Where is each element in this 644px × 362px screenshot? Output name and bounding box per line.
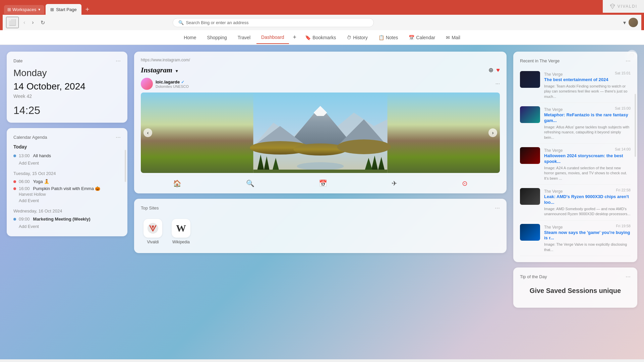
instagram-actions: ⊕ ♥ <box>488 66 500 74</box>
date-widget: Date ··· Monday 14 October, 2024 Week 42… <box>7 52 127 123</box>
agenda-today-heading: Today <box>13 144 121 149</box>
verge-item-1-content: The Verge Sat 15:01 The best entertainme… <box>544 71 631 99</box>
agenda-wednesday-header: Wednesday, 16 Oct 2024 <box>13 208 121 214</box>
verge-news-item-2[interactable]: The Verge Sat 15:00 Metaphor: ReFantazio… <box>520 103 631 144</box>
ig-send-icon[interactable]: ✈ <box>392 179 397 187</box>
nav-bookmarks[interactable]: 🔖 Bookmarks <box>300 32 341 44</box>
verge-item-2-content: The Verge Sat 15:00 Metaphor: ReFantazio… <box>544 106 631 140</box>
history-label: History <box>353 35 368 40</box>
address-input[interactable]: 🔍 Search Bing or enter an address <box>173 18 374 27</box>
verge-news-item-4[interactable]: The Verge Fri 22:58 Leak: AMD's Ryzen 90… <box>520 185 631 221</box>
verge-widget-menu[interactable]: ··· <box>626 58 631 64</box>
verge-scrollbar[interactable] <box>635 94 636 157</box>
reload-button[interactable]: ↻ <box>39 18 47 27</box>
address-text: Search Bing or enter an address <box>186 20 248 25</box>
verge-widget: Recent in The Verge ··· The Verge Sat 15… <box>513 52 637 262</box>
verified-icon: ✓ <box>181 80 184 84</box>
verge-desc-5: Image: The Verge Valve is now explicitly… <box>544 242 631 252</box>
workspaces-label: Workspaces <box>12 7 36 12</box>
date-widget-menu[interactable]: ··· <box>116 58 121 64</box>
calendar-agenda-header: Calendar Agenda ··· <box>13 134 121 140</box>
top-sites-header: Top Sites ··· <box>141 205 500 211</box>
nav-dashboard[interactable]: Dashboard <box>256 31 289 44</box>
agenda-tuesday-header: Tuesday, 15 Oct 2024 <box>13 171 121 176</box>
site-wikipedia[interactable]: W Wikipedia <box>169 216 193 247</box>
verge-news-item-1[interactable]: The Verge Sat 15:01 The best entertainme… <box>520 68 631 103</box>
verge-date-5: Fri 19:58 <box>616 224 631 228</box>
verge-date-2: Sat 15:00 <box>615 106 631 110</box>
history-icon: ⏱ <box>347 35 351 40</box>
forward-button[interactable]: › <box>30 18 36 27</box>
verge-item-1-meta: The Verge Sat 15:01 <box>544 71 631 77</box>
notes-icon: 📋 <box>378 35 384 40</box>
instagram-heart-icon[interactable]: ♥ <box>496 67 500 74</box>
agenda-item-pumpkin: 16:00 Pumpkin Patch visit with Emma 🎃 <box>13 185 121 192</box>
agenda-sub-harvest: Harvest Hollow <box>13 192 121 197</box>
agenda-dot-yoga <box>13 180 16 183</box>
back-button[interactable]: ‹ <box>21 18 27 27</box>
nav-shopping[interactable]: Shopping <box>202 32 232 44</box>
site-vivaldi[interactable]: Vivaldi <box>141 216 165 247</box>
address-dropdown-icon[interactable]: ▾ <box>623 19 626 26</box>
nav-add-button[interactable]: + <box>290 31 299 44</box>
travel-label: Travel <box>238 35 250 40</box>
nav-history[interactable]: ⏱ History <box>342 32 372 44</box>
top-sites-menu[interactable]: ··· <box>495 205 500 211</box>
author-subtitle: Dolomites UNESCO <box>156 84 189 88</box>
agenda-item-allhands: 13:00 All hands <box>13 152 121 159</box>
nav-home[interactable]: Home <box>179 32 201 44</box>
agenda-dot-marketing <box>13 218 16 221</box>
post-prev-button[interactable]: ‹ <box>143 128 152 137</box>
middle-column: https://www.instagram.com/ Instagram ▾ ⊕… <box>134 52 507 353</box>
sidebar-toggle-button[interactable]: ⬜ <box>6 17 19 28</box>
verge-news-item-5[interactable]: The Verge Fri 19:58 Steam now says the '… <box>520 221 631 256</box>
agenda-name-marketing: Marketing Meeting (Weekly) <box>33 217 91 222</box>
verge-title-3: Halloween 2024 storyscream: the best spo… <box>544 153 631 165</box>
scrollbar[interactable] <box>125 150 126 182</box>
agenda-item-yoga: 06:00 Yoga 🧘 <box>13 178 121 185</box>
nav-mail[interactable]: ✉ Mail <box>441 32 465 44</box>
wikipedia-site-icon: W <box>172 219 190 238</box>
instagram-chevron-icon[interactable]: ▾ <box>176 69 178 73</box>
nav-travel[interactable]: Travel <box>233 32 255 44</box>
verge-title-1: The best entertainment of 2024 <box>544 77 631 83</box>
date-year-part: , 2024 <box>59 81 85 92</box>
workspaces-button[interactable]: ⊞ Workspaces ▼ <box>4 5 44 14</box>
post-next-button[interactable]: › <box>488 128 497 137</box>
ig-search-icon[interactable]: 🔍 <box>246 179 254 187</box>
nav-calendar[interactable]: 📅 Calendar <box>404 32 440 44</box>
vivaldi-site-icon <box>143 219 162 238</box>
verge-title-4: Leak: AMD's Ryzen 9000X3D chips aren't l… <box>544 194 631 205</box>
post-menu-icon[interactable]: ··· <box>495 81 500 87</box>
add-event-wednesday[interactable]: Add Event <box>13 223 121 230</box>
verge-news-item-3[interactable]: The Verge Sat 14:00 Halloween 2024 story… <box>520 144 631 185</box>
author-avatar <box>141 78 153 90</box>
verge-item-5-content: The Verge Fri 19:58 Steam now says the '… <box>544 224 631 253</box>
instagram-add-icon[interactable]: ⊕ <box>488 66 493 74</box>
nav-notes[interactable]: 📋 Notes <box>374 32 403 44</box>
active-tab[interactable]: ⊞ Start Page <box>46 4 81 15</box>
browser-chrome: ⊞ Workspaces ▼ ⊞ Start Page + ☁ 🗑 ⬜ ‹ › … <box>0 0 644 30</box>
verge-widget-header: Recent in The Verge ··· <box>520 58 631 64</box>
verge-thumb-3 <box>520 147 540 164</box>
vivaldi-v-icon <box>147 222 159 234</box>
calendar-agenda-menu[interactable]: ··· <box>116 134 121 140</box>
add-event-tuesday[interactable]: Add Event <box>13 197 121 204</box>
mail-icon: ✉ <box>446 35 450 40</box>
user-avatar[interactable] <box>629 18 638 27</box>
home-label: Home <box>184 35 196 40</box>
date-widget-title: Date <box>13 58 22 63</box>
address-bar-right-controls: ▾ <box>623 18 638 27</box>
add-event-today[interactable]: Add Event <box>13 159 121 167</box>
ig-home-icon[interactable]: 🏠 <box>173 179 181 187</box>
verge-source-5: The Verge <box>544 225 563 230</box>
author-name: loic.lagarde ✓ <box>156 79 189 84</box>
ig-vivaldi-icon[interactable]: ⊙ <box>462 179 468 187</box>
date-full: 14 October, 2024 <box>13 80 121 92</box>
add-tab-button[interactable]: + <box>83 6 92 13</box>
date-bold-part: 14 October <box>13 81 59 92</box>
verge-widget-title: Recent in The Verge <box>520 58 560 63</box>
date-time: 14:25 <box>13 104 121 117</box>
tip-widget-menu[interactable]: ··· <box>626 274 631 280</box>
ig-calendar-icon[interactable]: 📅 <box>319 179 327 187</box>
